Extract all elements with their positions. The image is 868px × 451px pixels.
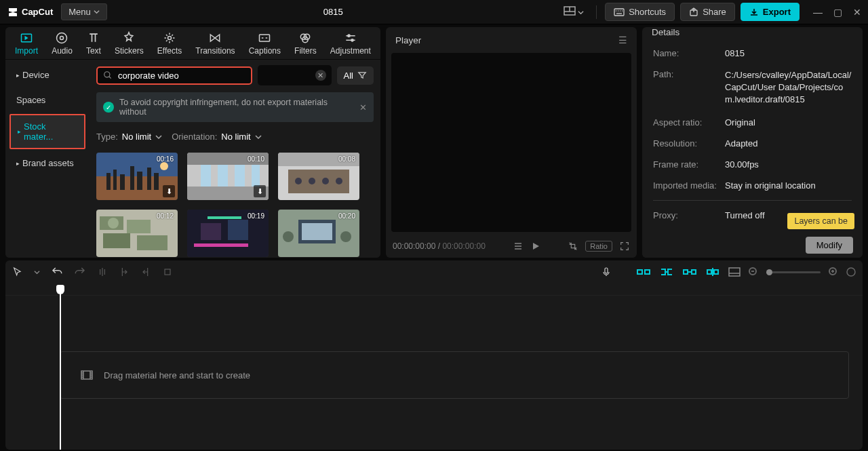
- stock-thumb[interactable]: 00:10 ⬇: [187, 153, 269, 200]
- sidebar-item-label: Device: [22, 70, 50, 80]
- search-box[interactable]: [96, 66, 252, 85]
- ratio-button[interactable]: Ratio: [585, 241, 612, 252]
- tab-filters[interactable]: Filters: [289, 28, 322, 58]
- svg-rect-35: [201, 165, 211, 187]
- detail-value-imported-media: Stay in original location: [725, 180, 852, 191]
- snap-tool-3[interactable]: [682, 267, 697, 277]
- notice-close-button[interactable]: ✕: [359, 102, 367, 113]
- filter-orientation-dropdown[interactable]: Orientation: No limit: [172, 129, 262, 144]
- export-button[interactable]: Export: [741, 3, 800, 21]
- tooltip: Layers can be: [787, 213, 854, 229]
- snap-tool-4[interactable]: [705, 267, 720, 277]
- tab-captions[interactable]: Captions: [243, 28, 286, 58]
- stock-thumb[interactable]: 00:12: [96, 210, 178, 257]
- timeline[interactable]: Drag material here and start to create: [5, 283, 863, 450]
- chevron-right-icon: ▸: [18, 128, 21, 135]
- all-label: All: [344, 71, 353, 81]
- zoom-out-button[interactable]: [749, 267, 758, 277]
- layout-icon[interactable]: [559, 3, 589, 20]
- player-controls: 00:00:00:00 / 00:00:00:00 Ratio: [386, 235, 637, 258]
- sidebar-item-device[interactable]: ▸ Device: [9, 64, 85, 86]
- stock-thumbnails: 00:16 ⬇ 00:10 ⬇ 00:08 00:12: [96, 153, 374, 257]
- filter-type-dropdown[interactable]: Type: No limit: [96, 129, 162, 144]
- tab-audio[interactable]: Audio: [46, 28, 78, 58]
- player-menu-button[interactable]: ☰: [618, 35, 627, 45]
- sidebar-item-stock-materials[interactable]: ▸ Stock mater...: [9, 114, 85, 149]
- trim-right-button[interactable]: [140, 267, 151, 277]
- capcut-logo-icon: [7, 6, 19, 18]
- download-icon[interactable]: ⬇: [163, 185, 175, 197]
- playhead[interactable]: [60, 286, 61, 450]
- preview-toggle[interactable]: [728, 267, 741, 277]
- download-icon[interactable]: ⬇: [254, 185, 266, 197]
- play-button[interactable]: [531, 241, 540, 251]
- close-button[interactable]: ✕: [853, 7, 861, 18]
- stock-thumb[interactable]: 00:16 ⬇: [96, 153, 178, 200]
- record-audio-button[interactable]: [601, 266, 612, 278]
- detail-value-fps: 30.00fps: [725, 159, 852, 170]
- search-input[interactable]: [118, 71, 245, 81]
- tab-label: Adjustment: [330, 46, 371, 56]
- timeline-track-empty[interactable]: Drag material here and start to create: [60, 351, 849, 399]
- svg-rect-48: [127, 220, 151, 233]
- share-button[interactable]: Share: [680, 3, 735, 21]
- chevron-down-icon: [578, 9, 584, 16]
- player-panel: Player ☰ 00:00:00:00 / 00:00:00:00 Ratio: [386, 27, 637, 258]
- zoom-fit-button[interactable]: [846, 267, 856, 277]
- filter-all-button[interactable]: All: [337, 66, 374, 85]
- selection-dropdown[interactable]: [34, 269, 40, 275]
- chevron-right-icon: ▸: [16, 72, 20, 79]
- detail-value-name: 0815: [725, 48, 852, 58]
- tab-stickers[interactable]: Stickers: [109, 28, 149, 58]
- fullscreen-icon[interactable]: [619, 241, 630, 252]
- keyboard-icon: [614, 8, 625, 16]
- player-title: Player: [395, 35, 421, 45]
- modify-button[interactable]: Modify: [806, 237, 853, 254]
- trim-left-button[interactable]: [119, 267, 130, 277]
- tab-import[interactable]: Import: [9, 28, 43, 58]
- snap-tool-2[interactable]: [659, 267, 674, 277]
- snap-tool-1[interactable]: [636, 267, 651, 277]
- svg-rect-75: [729, 268, 740, 276]
- svg-point-20: [104, 72, 110, 77]
- redo-button[interactable]: [74, 266, 86, 278]
- split-button[interactable]: [97, 267, 108, 277]
- film-icon: [81, 370, 93, 380]
- crop-icon[interactable]: [568, 241, 578, 252]
- clear-search-button[interactable]: ✕: [315, 70, 326, 81]
- zoom-in-button[interactable]: [829, 267, 838, 277]
- svg-point-61: [340, 231, 351, 242]
- tab-transitions[interactable]: Transitions: [190, 28, 240, 58]
- player-viewport[interactable]: [391, 53, 631, 232]
- chevron-down-icon: [255, 134, 262, 140]
- sidebar-item-spaces[interactable]: Spaces: [9, 89, 85, 111]
- svg-point-12: [60, 36, 64, 39]
- media-panel: Import Audio Text Stickers Effects Trans…: [5, 27, 380, 258]
- minimize-button[interactable]: —: [813, 7, 823, 18]
- thumb-duration: 00:10: [248, 155, 264, 163]
- list-icon[interactable]: [513, 241, 523, 251]
- timeline-ruler[interactable]: [5, 283, 863, 296]
- shortcuts-button[interactable]: Shortcuts: [605, 3, 675, 21]
- undo-button[interactable]: [51, 266, 63, 278]
- svg-rect-36: [218, 165, 228, 187]
- zoom-slider[interactable]: [766, 271, 821, 273]
- detail-value-path: C:/Users/cvalley/AppData/Local/CapCut/Us…: [725, 69, 852, 106]
- menu-button[interactable]: Menu: [61, 3, 107, 20]
- selection-tool[interactable]: [12, 267, 23, 277]
- stock-thumb[interactable]: 00:20: [278, 210, 359, 257]
- sidebar-item-brand-assets[interactable]: ▸ Brand assets: [9, 152, 85, 174]
- tab-text[interactable]: Text: [81, 28, 106, 58]
- filter-label: Orientation:: [172, 132, 217, 142]
- stock-thumb[interactable]: 00:08: [278, 153, 359, 200]
- tab-effects[interactable]: Effects: [152, 28, 187, 58]
- svg-rect-38: [252, 165, 260, 187]
- sidebar-item-label: Brand assets: [22, 158, 74, 168]
- tab-adjustment[interactable]: Adjustment: [325, 28, 376, 58]
- svg-rect-69: [684, 270, 688, 274]
- player-timecode: 00:00:00:00 / 00:00:00:00: [393, 241, 486, 251]
- stickers-icon: [122, 31, 136, 45]
- delete-button[interactable]: [162, 267, 173, 277]
- stock-thumb[interactable]: 00:19: [187, 210, 269, 257]
- maximize-button[interactable]: ▢: [833, 7, 842, 18]
